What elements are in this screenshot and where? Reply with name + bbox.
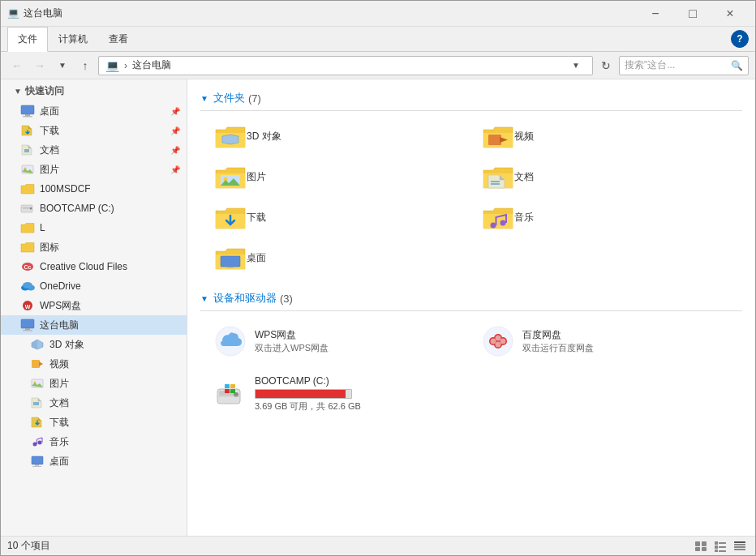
refresh-button[interactable]: ↻ xyxy=(596,56,616,75)
window: 💻 这台电脑 − □ × 文件 计算机 查看 ? ← → ▼ ↑ 💻 › 这台电… xyxy=(0,0,756,556)
svg-rect-1 xyxy=(25,114,30,116)
sidebar-item-bootcamp-label: BOOTCAMP (C:) xyxy=(40,203,180,214)
svg-rect-71 xyxy=(719,550,726,552)
sidebar-item-videos-sub-label: 视频 xyxy=(49,357,180,371)
address-box[interactable]: 💻 › 这台电脑 ▼ xyxy=(98,56,593,75)
drives-chevron: ▼ xyxy=(200,294,208,303)
path-text: 这台电脑 xyxy=(132,58,171,72)
svg-marker-33 xyxy=(222,135,238,144)
wps-drive-icon xyxy=(214,325,247,357)
sidebar-item-downloads[interactable]: 下载 📌 xyxy=(1,121,187,140)
sidebar-item-pictures[interactable]: 图片 📌 xyxy=(1,160,187,179)
wps-icon: W xyxy=(20,298,35,313)
folder-downloads-icon xyxy=(214,204,247,230)
sidebar-item-wps-label: WPS网盘 xyxy=(40,299,180,313)
sidebar-item-wps[interactable]: W WPS网盘 xyxy=(1,296,187,315)
sidebar-item-l[interactable]: L xyxy=(1,218,187,237)
drive-icon-sidebar xyxy=(20,201,35,216)
folder-pictures-icon xyxy=(214,164,247,190)
svg-rect-43 xyxy=(227,267,234,268)
folder-pictures-name: 图片 xyxy=(247,170,266,184)
window-controls: − □ × xyxy=(637,2,749,26)
sidebar-item-music-sub[interactable]: 音乐 xyxy=(1,432,187,451)
folder-item-music[interactable]: 音乐 xyxy=(475,199,736,236)
sidebar-item-creative-cloud[interactable]: Cc Creative Cloud Files xyxy=(1,257,187,276)
drive-item-baidu[interactable]: 百度网盘 双击运行百度网盘 xyxy=(475,318,736,365)
this-pc-icon xyxy=(20,318,35,332)
sidebar-item-downloads-sub[interactable]: 下载 xyxy=(1,413,187,432)
svg-rect-64 xyxy=(695,547,700,551)
folder-item-videos[interactable]: 视频 xyxy=(475,118,736,155)
sidebar-item-bootcamp-drive[interactable]: BOOTCAMP (C:) xyxy=(1,199,187,218)
help-button[interactable]: ? xyxy=(731,30,749,48)
maximize-button[interactable]: □ xyxy=(674,2,711,26)
svg-rect-68 xyxy=(715,545,718,549)
sidebar-item-documents[interactable]: 文档 📌 xyxy=(1,140,187,160)
sidebar-scroll[interactable]: ▼ 快速访问 桌面 📌 下载 📌 xyxy=(1,79,187,536)
view-buttons xyxy=(692,539,749,554)
tab-computer[interactable]: 计算机 xyxy=(48,27,98,51)
folder-3d-icon xyxy=(214,123,247,149)
close-button[interactable]: × xyxy=(711,2,749,26)
drive-item-bootcamp[interactable]: BOOTCAMP (C:) 3.69 GB 可用，共 62.6 GB xyxy=(207,368,468,420)
folder-item-desktop[interactable]: 桌面 xyxy=(207,239,468,276)
sidebar-item-onedrive[interactable]: OneDrive xyxy=(1,276,187,296)
sidebar-item-documents-sub[interactable]: 文档 xyxy=(1,393,187,413)
baidu-drive-sub: 双击运行百度网盘 xyxy=(522,342,728,354)
sidebar-item-100msdcf[interactable]: 100MSDCF xyxy=(1,179,187,199)
folder-item-3dobjects[interactable]: 3D 对象 xyxy=(207,118,468,155)
up-button[interactable]: ↑ xyxy=(75,56,95,75)
view-large-icons-button[interactable] xyxy=(692,539,710,554)
path-separator: › xyxy=(124,60,127,71)
minimize-button[interactable]: − xyxy=(637,2,674,26)
svg-point-51 xyxy=(500,339,506,344)
svg-rect-61 xyxy=(230,389,235,393)
search-icon[interactable]: 🔍 xyxy=(731,60,743,71)
window-icon: 💻 xyxy=(7,7,20,20)
folder-desktop-name: 桌面 xyxy=(247,251,266,265)
drives-section-header[interactable]: ▼ 设备和驱动器 (3) xyxy=(200,286,742,310)
svg-rect-2 xyxy=(23,116,32,118)
dropdown-button[interactable]: ▼ xyxy=(53,56,72,75)
sidebar-item-icons[interactable]: 图标 xyxy=(1,237,187,257)
folder-item-downloads[interactable]: 下载 xyxy=(207,199,468,236)
baidu-drive-info: 百度网盘 双击运行百度网盘 xyxy=(522,328,728,354)
svg-rect-66 xyxy=(715,541,718,545)
sidebar-item-downloads-sub-label: 下载 xyxy=(49,416,180,430)
back-button[interactable]: ← xyxy=(7,56,27,75)
bootcamp-drive-name: BOOTCAMP (C:) xyxy=(255,375,461,387)
drive-item-wps[interactable]: WPS网盘 双击进入WPS网盘 xyxy=(207,318,468,365)
sidebar-item-pictures-sub[interactable]: 图片 xyxy=(1,374,187,393)
address-dropdown-btn[interactable]: ▼ xyxy=(566,56,586,75)
sidebar-item-desktop-sub[interactable]: 桌面 xyxy=(1,451,187,471)
sidebar-item-desktop-sub-label: 桌面 xyxy=(49,455,180,468)
folder-item-pictures[interactable]: 图片 xyxy=(207,158,468,195)
view-list-button[interactable] xyxy=(711,539,729,554)
file-pane[interactable]: ▼ 文件夹 (7) 3D 对象 xyxy=(187,79,755,536)
svg-rect-19 xyxy=(23,330,32,331)
sidebar-item-desktop[interactable]: 桌面 📌 xyxy=(1,101,187,121)
svg-rect-32 xyxy=(32,466,41,467)
sidebar-item-music-sub-label: 音乐 xyxy=(49,435,180,449)
tab-file[interactable]: 文件 xyxy=(7,27,48,52)
svg-rect-17 xyxy=(21,319,34,328)
folder-item-documents[interactable]: 文档 xyxy=(475,158,736,195)
bootcamp-drive-icon xyxy=(214,378,247,410)
svg-rect-18 xyxy=(25,328,30,330)
sidebar-item-3dobjects-sub[interactable]: 3D 对象 xyxy=(1,335,187,354)
svg-rect-59 xyxy=(230,384,235,388)
desktop-icon xyxy=(20,104,35,118)
view-detail-button[interactable] xyxy=(731,539,749,554)
tab-view[interactable]: 查看 xyxy=(98,27,139,51)
wps-drive-name: WPS网盘 xyxy=(255,328,461,342)
forward-button[interactable]: → xyxy=(30,56,49,75)
folders-section-header[interactable]: ▼ 文件夹 (7) xyxy=(200,86,742,110)
search-box[interactable]: 搜索"这台... 🔍 xyxy=(619,56,749,75)
svg-rect-70 xyxy=(715,550,718,552)
documents-icon xyxy=(20,143,35,157)
sidebar-item-videos-sub[interactable]: 视频 xyxy=(1,354,187,374)
folder-documents-name: 文档 xyxy=(514,170,534,184)
sidebar-item-100msdcf-label: 100MSDCF xyxy=(40,183,180,195)
sidebar-item-this-pc[interactable]: 这台电脑 xyxy=(1,315,187,335)
titlebar: 💻 这台电脑 − □ × xyxy=(1,1,755,27)
